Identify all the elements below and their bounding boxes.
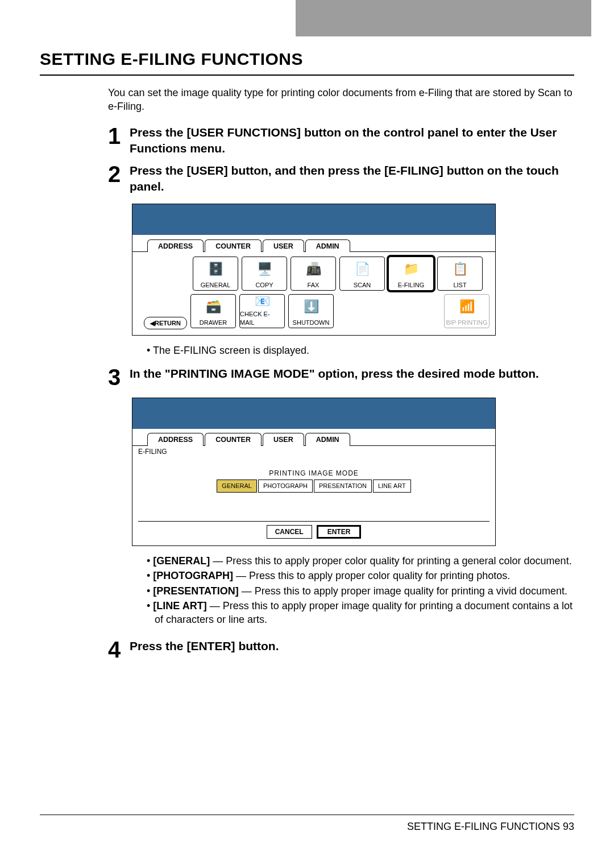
list-icon: 📋 [453, 257, 468, 280]
list-label: LIST [453, 281, 466, 290]
step-1-number: 1 [108, 123, 130, 157]
step-2-text: Press the [USER] button, and then press … [130, 162, 574, 195]
mode-lineart[interactable]: LINE ART [373, 480, 411, 493]
step-1-text: Press the [USER FUNCTIONS] button on the… [130, 123, 574, 157]
mode-photograph[interactable]: PHOTOGRAPH [258, 480, 313, 493]
screen2-header [132, 398, 495, 429]
tab-admin[interactable]: ADMIN [305, 239, 350, 253]
tab2-admin[interactable]: ADMIN [305, 433, 350, 446]
step2-note: The E-FILING screen is displayed. [147, 344, 574, 357]
mode-general[interactable]: GENERAL [217, 480, 257, 493]
bip-icon: 📶 [459, 295, 475, 318]
gray-header-block [296, 0, 591, 36]
option-general: [GENERAL] — Press this to apply proper c… [147, 554, 574, 568]
cancel-button[interactable]: CANCEL [267, 525, 312, 539]
shutdown-icon: ⬇️ [304, 295, 319, 318]
tab2-user[interactable]: USER [263, 433, 304, 446]
step-2-number: 2 [108, 162, 130, 195]
opt3-label: [PRESENTATION] [153, 585, 238, 597]
bip-label: BIP PRINTING [446, 319, 487, 327]
opt2-label: [PHOTOGRAPH] [153, 570, 233, 581]
tab-user[interactable]: USER [263, 239, 304, 253]
step-3-text: In the "PRINTING IMAGE MODE" option, pre… [130, 365, 539, 388]
efiling-sublabel: E-FILING [138, 447, 495, 456]
drawer-icon: 🗃️ [206, 295, 221, 318]
opt4-text: — Press this to apply proper image quali… [155, 600, 572, 625]
opt2-text: — Press this to apply proper color quali… [233, 570, 510, 581]
general-button[interactable]: 🗄️ GENERAL [193, 257, 238, 291]
drawer-label: DRAWER [200, 319, 227, 327]
title-rule [40, 75, 574, 76]
mode-buttons: GENERAL PHOTOGRAPH PRESENTATION LINE ART [138, 480, 489, 493]
function-buttons-row1: 🗄️ GENERAL 🖥️ COPY 📠 FAX 📄 SCAN 📁 [193, 257, 489, 291]
copy-button[interactable]: 🖥️ COPY [242, 257, 287, 291]
tab2-counter[interactable]: COUNTER [205, 433, 262, 446]
fax-label: FAX [308, 281, 320, 290]
opt4-label: [LINE ART] [153, 600, 206, 611]
scan-label: SCAN [354, 281, 371, 290]
tab-counter[interactable]: COUNTER [205, 239, 262, 253]
screen1-header [132, 204, 495, 235]
scan-icon: 📄 [355, 257, 370, 280]
step-4-number: 4 [108, 637, 130, 661]
shutdown-button[interactable]: ⬇️ SHUTDOWN [288, 294, 334, 328]
return-label: RETURN [155, 319, 181, 328]
return-button[interactable]: ◀ RETURN [144, 317, 187, 329]
step-3: 3 In the "PRINTING IMAGE MODE" option, p… [108, 365, 574, 388]
copy-label: COPY [255, 281, 273, 290]
opt1-text: — Press this to apply proper color quali… [210, 555, 571, 567]
general-label: GENERAL [201, 281, 231, 290]
fax-button[interactable]: 📠 FAX [291, 257, 336, 291]
step-2: 2 Press the [USER] button, and then pres… [108, 162, 574, 195]
list-button[interactable]: 📋 LIST [437, 257, 483, 291]
general-icon: 🗄️ [208, 257, 223, 280]
opt3-text: — Press this to apply proper image quali… [239, 585, 567, 597]
efiling-screen: ADDRESS COUNTER USER ADMIN E-FILING PRIN… [132, 398, 496, 546]
email-icon: 📧 [255, 293, 270, 310]
top-header-bar [0, 0, 614, 36]
step-4: 4 Press the [ENTER] button. [108, 637, 574, 661]
option-photograph: [PHOTOGRAPH] — Press this to apply prope… [147, 569, 574, 582]
enter-button[interactable]: ENTER [317, 525, 362, 539]
opt1-label: [GENERAL] [153, 555, 210, 567]
option-presentation: [PRESENTATION] — Press this to apply pro… [147, 584, 574, 598]
dialog-buttons: CANCEL ENTER [138, 521, 489, 539]
screen1-tabs: ADDRESS COUNTER USER ADMIN [132, 235, 495, 252]
user-functions-screen: ADDRESS COUNTER USER ADMIN 🗄️ GENERAL 🖥️… [132, 204, 496, 336]
efiling-label: E-FILING [398, 281, 424, 290]
printing-mode-label: PRINTING IMAGE MODE [138, 469, 489, 478]
mode-option-descriptions: [GENERAL] — Press this to apply proper c… [147, 554, 574, 626]
tab-address[interactable]: ADDRESS [147, 239, 204, 253]
option-lineart: [LINE ART] — Press this to apply proper … [147, 599, 574, 627]
step-1: 1 Press the [USER FUNCTIONS] button on t… [108, 123, 574, 157]
efiling-icon: 📁 [404, 257, 419, 280]
drawer-button[interactable]: 🗃️ DRAWER [190, 294, 236, 328]
intro-text: You can set the image quality type for p… [108, 86, 574, 114]
page-title: SETTING E-FILING FUNCTIONS [40, 48, 574, 71]
tab2-address[interactable]: ADDRESS [147, 433, 204, 446]
bip-printing-button[interactable]: 📶 BIP PRINTING [444, 294, 489, 328]
fax-icon: 📠 [306, 257, 321, 280]
scan-button[interactable]: 📄 SCAN [339, 257, 385, 291]
step-3-number: 3 [108, 365, 130, 388]
efiling-button[interactable]: 📁 E-FILING [388, 257, 434, 291]
page-footer: SETTING E-FILING FUNCTIONS 93 [40, 815, 574, 833]
checkemail-label: CHECK E-MAIL [240, 310, 284, 327]
check-email-button[interactable]: 📧 CHECK E-MAIL [239, 294, 285, 328]
copy-icon: 🖥️ [257, 257, 272, 280]
step-4-text: Press the [ENTER] button. [130, 637, 279, 661]
screen2-tabs: ADDRESS COUNTER USER ADMIN [132, 429, 495, 446]
function-buttons-row2: ◀ RETURN 🗃️ DRAWER 📧 CHECK E-MAIL ⬇️ SHU… [144, 294, 489, 329]
mode-presentation[interactable]: PRESENTATION [314, 480, 372, 493]
shutdown-label: SHUTDOWN [293, 319, 330, 327]
